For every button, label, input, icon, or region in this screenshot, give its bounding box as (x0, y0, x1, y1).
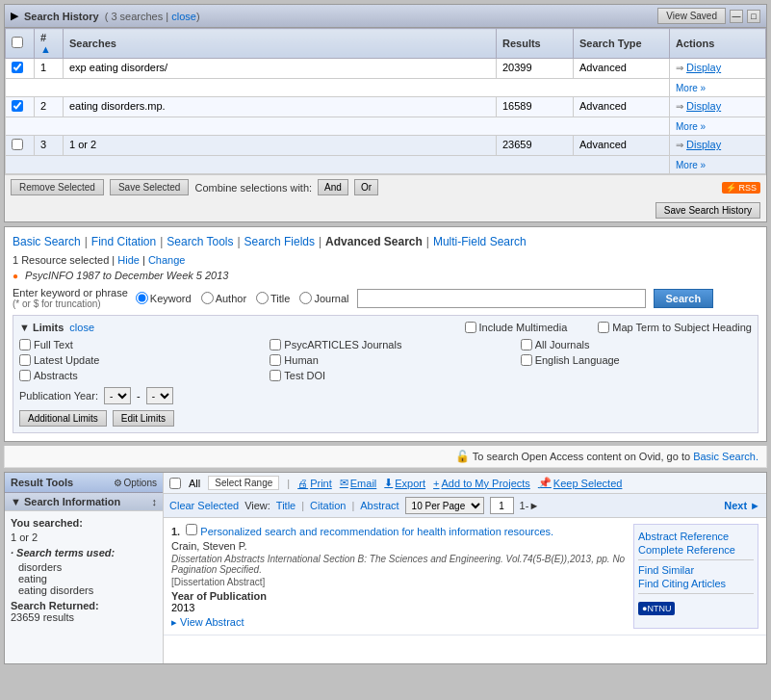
row3-checkbox[interactable] (6, 136, 35, 156)
options-button[interactable]: ⚙ Options (114, 478, 157, 488)
view-saved-button[interactable]: View Saved (657, 8, 726, 24)
radio-keyword[interactable]: Keyword (136, 292, 192, 304)
map-term-checkbox[interactable]: Map Term to Subject Heading (598, 322, 752, 333)
search-history-panel: ▶ Search History ( 3 searches | close) V… (4, 4, 767, 222)
row2-actions: ⇒ Display (670, 97, 766, 117)
limits-section: ▼ Limits close Include Multimedia Map Te… (13, 315, 758, 433)
print-button[interactable]: 🖨 Print (297, 478, 332, 489)
limits-btns: Additional Limits Edit Limits (19, 410, 752, 427)
search-input[interactable] (357, 289, 646, 308)
cb-human[interactable]: Human (270, 354, 501, 366)
row2-checkbox[interactable] (6, 97, 35, 117)
row1-actions: ⇒ Display (670, 59, 766, 79)
add-to-projects-button[interactable]: + Add to My Projects (433, 478, 530, 489)
clear-selected-button[interactable]: Clear Selected (169, 500, 239, 511)
cb-test-doi[interactable]: Test DOI (270, 370, 501, 381)
hide-link[interactable]: Hide (117, 254, 140, 266)
result-checkbox[interactable] (186, 524, 197, 535)
find-citing-link[interactable]: Find Citing Articles (638, 578, 754, 589)
additional-limits-button[interactable]: Additional Limits (19, 410, 107, 427)
or-button[interactable]: Or (354, 179, 378, 195)
result-title-link[interactable]: Personalized search and recommendation f… (200, 526, 553, 537)
cb-psycarticles[interactable]: PsycARTICLES Journals (270, 339, 501, 350)
database-icon: ● (13, 271, 18, 281)
cb-full-text[interactable]: Full Text (19, 339, 250, 350)
row2-display-button[interactable]: Display (686, 100, 721, 112)
tab-advanced-search[interactable]: Advanced Search (325, 235, 423, 248)
cb-latest-update[interactable]: Latest Update (19, 354, 250, 366)
export-icon: ⬇ (384, 477, 393, 489)
tab-basic-search[interactable]: Basic Search (13, 235, 81, 248)
radio-journal[interactable]: Journal (299, 292, 348, 304)
minimize-button[interactable]: — (730, 10, 743, 23)
row1-more-link[interactable]: More » (676, 83, 706, 93)
rss-badge: ⚡ RSS (722, 182, 760, 194)
view-abstract-button[interactable]: ▸ View Abstract (171, 616, 244, 628)
radio-title[interactable]: Title (256, 292, 290, 304)
row3-query: 1 or 2 (64, 136, 497, 156)
and-button[interactable]: And (318, 179, 348, 195)
pub-year-row: Publication Year: - - - (19, 387, 752, 404)
change-link[interactable]: Change (148, 254, 186, 266)
view-abstract-link[interactable]: Abstract (360, 500, 398, 511)
tab-find-citation[interactable]: Find Citation (91, 235, 156, 248)
pub-year-from-select[interactable]: - (104, 387, 131, 404)
row2-results: 16589 (497, 97, 574, 117)
search-tabs: Basic Search | Find Citation | Search To… (13, 235, 758, 248)
row2-more-link[interactable]: More » (676, 121, 706, 132)
sidebar-section-title[interactable]: ▼ Search Information ↕ (5, 493, 163, 511)
tab-search-fields[interactable]: Search Fields (244, 235, 315, 248)
you-searched-label: You searched: (11, 517, 157, 529)
cb-english[interactable]: English Language (521, 354, 752, 366)
save-search-history-button[interactable]: Save Search History (655, 202, 760, 219)
all-label: All (189, 478, 200, 489)
rss-icon: ⚡ (726, 183, 736, 193)
export-button[interactable]: ⬇ Export (384, 477, 425, 489)
row1-display-button[interactable]: Display (686, 62, 721, 73)
action-separator (638, 559, 754, 560)
open-access-text: To search Open Access content on Ovid, g… (473, 451, 690, 462)
select-all-checkbox[interactable] (12, 37, 23, 48)
tab-multi-field-search[interactable]: Multi-Field Search (433, 235, 527, 248)
include-multimedia-checkbox[interactable]: Include Multimedia (465, 322, 568, 333)
select-range-button[interactable]: Select Range (208, 476, 279, 490)
search-table: # ▲ Searches Results Search Type Actions… (5, 28, 766, 174)
maximize-button[interactable]: □ (747, 10, 760, 23)
row1-type: Advanced (574, 59, 670, 79)
pub-year-to-select[interactable]: - (146, 387, 173, 404)
keep-selected-button[interactable]: 📌 Keep Selected (538, 477, 623, 489)
lock-icon: 🔓 (455, 450, 470, 463)
view-title-link[interactable]: Title (276, 500, 296, 511)
limits-title: ▼ Limits (19, 322, 64, 333)
table-row-more: More » (6, 117, 766, 136)
cb-abstracts[interactable]: Abstracts (19, 370, 250, 381)
limits-close-link[interactable]: close (69, 322, 94, 333)
view-citation-link[interactable]: Citation (310, 500, 346, 511)
gear-icon: ⚙ (114, 478, 122, 488)
remove-selected-button[interactable]: Remove Selected (11, 179, 104, 195)
search-button[interactable]: Search (654, 289, 714, 308)
all-checkbox[interactable] (169, 478, 181, 489)
close-link[interactable]: close (171, 11, 196, 22)
row1-checkbox[interactable] (6, 59, 35, 79)
radio-group: Keyword Author Title Journal (136, 292, 349, 304)
complete-reference-link[interactable]: Complete Reference (638, 544, 754, 556)
find-similar-link[interactable]: Find Similar (638, 564, 754, 576)
edit-limits-button[interactable]: Edit Limits (113, 410, 174, 427)
row3-more-link[interactable]: More » (676, 160, 706, 170)
cb-all-journals[interactable]: All Journals (521, 339, 752, 350)
save-selected-button[interactable]: Save Selected (110, 179, 190, 195)
results-main: All Select Range | 🖨 Print ✉ Email ⬇ Exp… (164, 473, 766, 663)
panel-title: Search History (24, 11, 99, 22)
next-button[interactable]: Next ► (724, 500, 760, 511)
panel-controls: View Saved — □ (657, 8, 760, 24)
email-button[interactable]: ✉ Email (340, 477, 377, 489)
results-sidebar: Result Tools ⚙ Options ▼ Search Informat… (5, 473, 164, 663)
abstract-reference-link[interactable]: Abstract Reference (638, 531, 754, 542)
open-access-link[interactable]: Basic Search. (693, 451, 758, 462)
page-number-input[interactable] (490, 497, 514, 514)
tab-search-tools[interactable]: Search Tools (167, 235, 233, 248)
radio-author[interactable]: Author (201, 292, 246, 304)
row3-display-button[interactable]: Display (686, 139, 721, 150)
per-page-select[interactable]: 10 Per Page (405, 497, 484, 514)
